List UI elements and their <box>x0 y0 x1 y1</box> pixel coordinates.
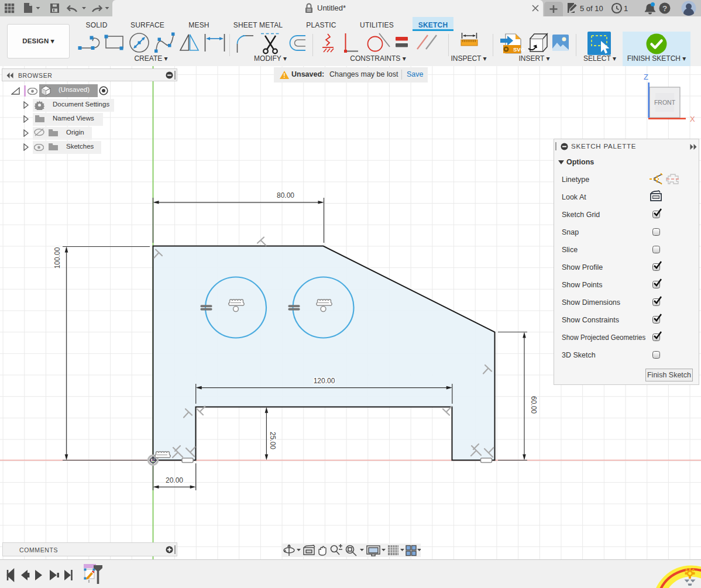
svg-text:?: ? <box>662 4 667 13</box>
svg-text:60.00: 60.00 <box>530 396 538 414</box>
svg-text:SVG: SVG <box>513 46 525 53</box>
svg-text:80.00: 80.00 <box>277 191 294 200</box>
svg-text:5 of 10: 5 of 10 <box>580 4 603 13</box>
svg-text:1: 1 <box>624 4 628 13</box>
svg-text:25.00: 25.00 <box>269 432 277 449</box>
svg-text:Z: Z <box>644 73 648 81</box>
svg-text:20.00: 20.00 <box>166 476 183 484</box>
svg-text:100.00: 100.00 <box>53 247 61 269</box>
svg-text:!: ! <box>283 73 285 79</box>
svg-text:X: X <box>690 115 695 123</box>
svg-text:120.00: 120.00 <box>314 377 335 385</box>
svg-text:FRONT: FRONT <box>654 99 676 106</box>
